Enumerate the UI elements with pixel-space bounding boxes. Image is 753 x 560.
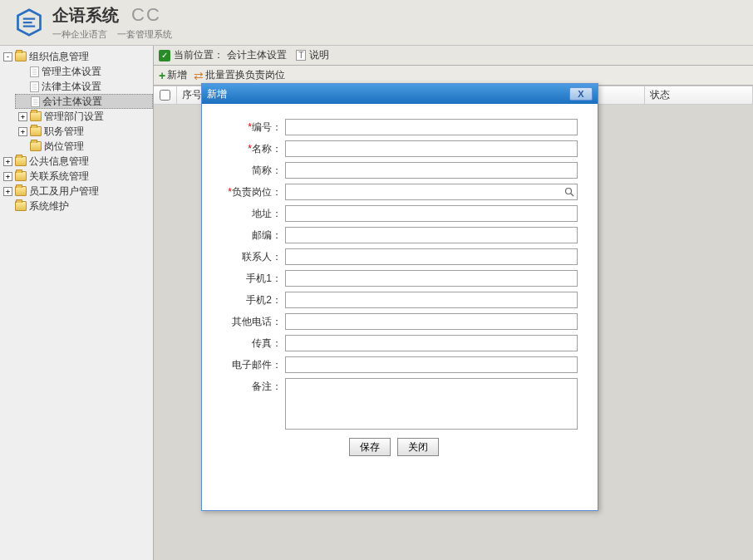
post-input[interactable]	[285, 184, 578, 200]
label-mobile1: 手机1：	[246, 273, 282, 284]
post-search-button[interactable]	[563, 185, 576, 199]
modal-title-text: 新增	[207, 87, 227, 101]
label-fax: 传真：	[252, 337, 282, 349]
contact-input[interactable]	[285, 248, 578, 265]
other-phone-input[interactable]	[285, 313, 578, 330]
mobile2-input[interactable]	[285, 292, 578, 308]
addr-input[interactable]	[285, 205, 578, 222]
label-other: 其他电话：	[232, 316, 282, 327]
save-button[interactable]: 保存	[349, 438, 391, 456]
label-addr: 地址：	[252, 208, 282, 219]
modal-mask: 新增 X *编号： *名称： 简称： *负责岗位： 地址： 邮编： 联系人： 手…	[0, 0, 753, 560]
label-name: 名称：	[252, 143, 282, 155]
mobile1-input[interactable]	[285, 270, 578, 287]
label-email: 电子邮件：	[232, 359, 282, 371]
label-contact: 联系人：	[242, 251, 282, 263]
code-input[interactable]	[285, 119, 578, 135]
search-icon	[564, 187, 574, 197]
close-button[interactable]: 关闭	[397, 438, 439, 456]
modal-body: *编号： *名称： 简称： *负责岗位： 地址： 邮编： 联系人： 手机1： 手…	[202, 104, 598, 464]
email-input[interactable]	[285, 356, 578, 373]
short-input[interactable]	[285, 162, 578, 179]
modal-footer: 保存 关闭	[210, 438, 578, 456]
label-mobile2: 手机2：	[246, 294, 282, 306]
remark-textarea[interactable]	[285, 378, 578, 430]
svg-line-3	[571, 194, 573, 196]
modal-titlebar[interactable]: 新增 X	[202, 84, 598, 104]
fax-input[interactable]	[285, 335, 578, 351]
label-zip: 邮编：	[252, 229, 282, 241]
label-remark: 备注：	[252, 381, 282, 392]
modal-close-button[interactable]: X	[569, 87, 593, 101]
label-short: 简称：	[252, 165, 282, 176]
label-post: 负责岗位：	[232, 186, 282, 198]
label-code: 编号：	[252, 121, 282, 133]
name-input[interactable]	[285, 140, 578, 157]
add-modal: 新增 X *编号： *名称： 简称： *负责岗位： 地址： 邮编： 联系人： 手…	[201, 83, 598, 511]
svg-point-2	[566, 189, 572, 194]
zip-input[interactable]	[285, 227, 578, 243]
